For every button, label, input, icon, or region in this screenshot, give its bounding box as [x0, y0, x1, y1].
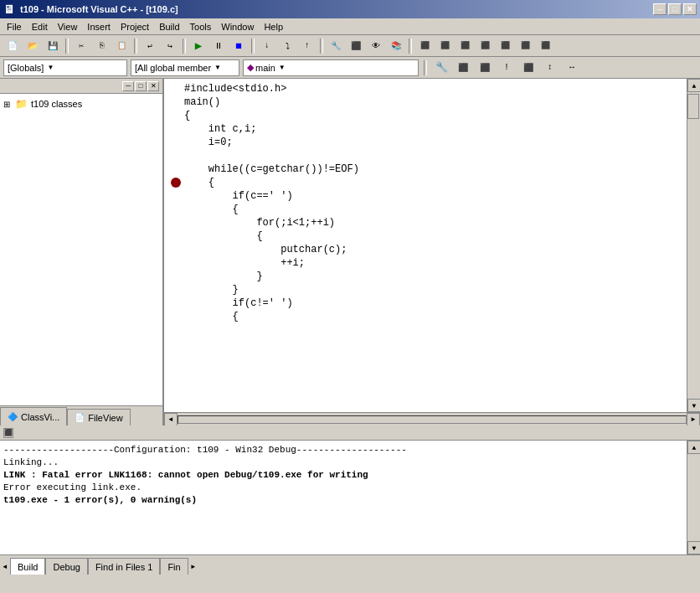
tb-sep4	[251, 39, 255, 54]
menu-help[interactable]: Help	[259, 20, 288, 34]
tb-pause[interactable]: ⏸	[209, 38, 228, 54]
main-dropdown[interactable]: ◆ main ▼	[243, 59, 419, 76]
tb-undo[interactable]: ↩	[141, 38, 159, 54]
fileview-label: FileView	[88, 413, 122, 423]
tb-save[interactable]: 💾	[44, 38, 62, 54]
maximize-button[interactable]: □	[668, 3, 682, 15]
tb2-btn4[interactable]: !	[497, 59, 516, 76]
menu-view[interactable]: View	[53, 20, 83, 34]
tb2-btn1[interactable]: 🔧	[432, 59, 450, 76]
tb-sep2	[134, 39, 137, 54]
hscroll-track[interactable]	[178, 415, 687, 424]
title-bar-text: 🖥 t109 - Microsoft Visual C++ - [t109.c]	[3, 3, 178, 16]
tb-cut[interactable]: ✂	[72, 38, 90, 54]
tb-sep1	[65, 39, 69, 54]
panel-minimize[interactable]: ─	[122, 81, 134, 91]
app-icon: 🖥	[3, 3, 15, 16]
menu-build[interactable]: Build	[154, 20, 184, 34]
classview-label: ClassVi...	[21, 412, 59, 422]
tree-item-t109[interactable]: ⊞ 📁 t109 classes	[3, 97, 159, 111]
menu-project[interactable]: Project	[116, 20, 154, 34]
tb-open[interactable]: 📂	[23, 38, 42, 54]
class-panel-title-btns: ─ □ ✕	[122, 81, 159, 91]
menu-edit[interactable]: Edit	[27, 20, 53, 34]
main-arrow: ▼	[279, 64, 286, 71]
tb-callstack[interactable]: 📚	[387, 38, 405, 54]
tab-fileview[interactable]: 📄 FileView	[67, 409, 130, 425]
output-vscroll-up[interactable]: ▲	[687, 441, 700, 454]
class-folder-icon: 📁	[15, 98, 28, 110]
code-line-6: while((c=getchar())!=EOF)	[171, 162, 680, 176]
tb2-btn6[interactable]: ↕	[541, 59, 559, 76]
title-bar-label: t109 - Microsoft Visual C++ - [t109.c]	[20, 4, 178, 14]
tb2-sep	[424, 60, 427, 75]
tb2-btn7[interactable]: ↔	[563, 59, 581, 76]
tab-debug[interactable]: Debug	[45, 558, 87, 575]
tb2-btn5[interactable]: ⬛	[519, 59, 538, 76]
tb-more5[interactable]: ⬛	[496, 38, 514, 54]
class-panel-title: ─ □ ✕	[0, 79, 162, 94]
output-vscroll-track[interactable]	[687, 454, 700, 541]
code-line-2: {	[171, 109, 680, 122]
tab-fin[interactable]: Fin	[160, 558, 188, 575]
tb-step-out[interactable]: ↑	[298, 38, 317, 54]
code-text-2: {	[184, 109, 190, 122]
vscroll-thumb[interactable]	[687, 94, 699, 119]
panel-maximize[interactable]: □	[135, 81, 147, 91]
code-line-13: ++i;	[171, 256, 680, 270]
menu-file[interactable]: File	[2, 20, 27, 34]
fileview-icon: 📄	[75, 413, 85, 422]
tb-stop[interactable]: ⏹	[229, 38, 248, 54]
code-line-11: {	[171, 229, 680, 243]
tb-more7[interactable]: ⬛	[536, 38, 554, 54]
tb-redo[interactable]: ↪	[161, 38, 179, 54]
panel-close[interactable]: ✕	[147, 81, 159, 91]
tabs-scroll-right[interactable]: ►	[188, 558, 198, 575]
hscroll-left[interactable]: ◄	[164, 413, 178, 426]
editor: #include<stdio.h>main(){ int c,i; i=0; w…	[164, 79, 700, 425]
hscroll-right[interactable]: ►	[687, 413, 700, 426]
menu-tools[interactable]: Tools	[185, 20, 217, 34]
tb-more3[interactable]: ⬛	[456, 38, 474, 54]
tb-step-over[interactable]: ⤵	[278, 38, 296, 54]
minimize-button[interactable]: ─	[653, 3, 667, 15]
close-button[interactable]: ✕	[683, 3, 697, 15]
member-dropdown[interactable]: [All global member ▼	[131, 59, 239, 76]
output-vscroll-down[interactable]: ▼	[687, 541, 700, 554]
tb-step-into[interactable]: ↓	[258, 38, 276, 54]
vscroll-track[interactable]	[687, 92, 700, 399]
tabs-scroll-left[interactable]: ◄	[0, 558, 10, 575]
main-container: ─ □ ✕ ⊞ 📁 t109 classes 🔷 ClassVi...	[0, 79, 700, 593]
globals-dropdown[interactable]: [Globals] ▼	[3, 59, 127, 76]
editor-content[interactable]: #include<stdio.h>main(){ int c,i; i=0; w…	[164, 79, 687, 412]
menu-window[interactable]: Window	[216, 20, 259, 34]
tb2-btn3[interactable]: ⬛	[476, 59, 494, 76]
tb-more6[interactable]: ⬛	[516, 38, 534, 54]
tb-watch[interactable]: 👁	[367, 38, 385, 54]
tb-more2[interactable]: ⬛	[435, 38, 454, 54]
tb-more4[interactable]: ⬛	[476, 38, 494, 54]
code-text-10: for(;i<1;++i)	[184, 216, 335, 229]
globals-arrow: ▼	[47, 64, 54, 71]
menu-bar: File Edit View Insert Project Build Tool…	[0, 18, 700, 35]
tb-more1[interactable]: ⬛	[415, 38, 434, 54]
tb2-btn2[interactable]: ⬛	[454, 59, 472, 76]
tb-workspace[interactable]: 🔧	[327, 38, 345, 54]
output-title-icon: ⬛	[3, 428, 13, 438]
menu-insert[interactable]: Insert	[82, 20, 116, 34]
tb-new[interactable]: 📄	[3, 38, 22, 54]
output-tabs: ◄ Build Debug Find in Files 1 Fin ►	[0, 554, 700, 575]
output-content[interactable]: --------------------Configuration: t109 …	[0, 441, 687, 554]
vscroll-down[interactable]: ▼	[687, 399, 700, 412]
breakpoint-marker	[171, 178, 181, 188]
tb-breakpoints[interactable]: ⬛	[347, 38, 365, 54]
tb-paste[interactable]: 📋	[112, 38, 131, 54]
main-label: main	[255, 63, 275, 73]
tab-build[interactable]: Build	[10, 558, 45, 575]
vscroll-up[interactable]: ▲	[687, 79, 700, 92]
tb-run[interactable]: ▶	[189, 38, 208, 54]
tab-find1[interactable]: Find in Files 1	[88, 558, 160, 575]
tb-copy[interactable]: ⎘	[92, 38, 111, 54]
tab-classview[interactable]: 🔷 ClassVi...	[0, 407, 67, 425]
no-breakpoint	[171, 258, 181, 268]
